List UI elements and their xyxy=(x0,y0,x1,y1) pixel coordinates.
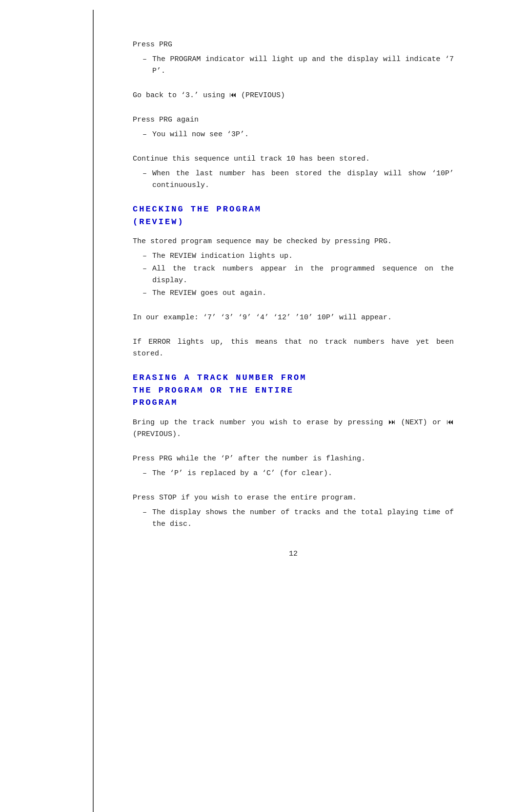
press-prg-again-text: Press PRG again xyxy=(133,114,454,126)
press-prg-again-section: Press PRG again You will now see ‘3P’. xyxy=(133,114,454,141)
erasing-para3: Press STOP if you wish to erase the enti… xyxy=(133,492,454,504)
press-prg-section: Press PRG The PROGRAM indicator will lig… xyxy=(133,39,454,77)
prg-again-bullet: You will now see ‘3P’. xyxy=(133,129,454,141)
erasing-heading-line3: PROGRAM xyxy=(133,396,454,409)
erasing-heading: ERASING A TRACK NUMBER FROM THE PROGRAM … xyxy=(133,372,454,409)
checking-bullet-1: The REVIEW indication lights up. xyxy=(133,250,454,262)
continue-text: Continue this sequence until track 10 ha… xyxy=(133,153,454,165)
checking-para1: The stored program sequence may be check… xyxy=(133,236,454,248)
checking-section: The stored program sequence may be check… xyxy=(133,236,454,299)
erasing-prg-section: Press PRG while the ‘P’ after the number… xyxy=(133,453,454,479)
erasing-para1: Bring up the track number you wish to er… xyxy=(133,417,454,440)
checking-error: If ERROR lights up, this means that no t… xyxy=(133,336,454,360)
checking-heading-line2: (REVIEW) xyxy=(133,216,454,229)
page: Press PRG The PROGRAM indicator will lig… xyxy=(93,10,473,812)
erasing-stop-section: Press STOP if you wish to erase the enti… xyxy=(133,492,454,530)
erasing-bullet-1: The ‘P’ is replaced by a ‘C’ (for clear)… xyxy=(133,468,454,479)
continue-section: Continue this sequence until track 10 ha… xyxy=(133,153,454,191)
prg-bullet-1: The PROGRAM indicator will light up and … xyxy=(133,54,454,77)
go-back-section: Go back to ‘3.’ using ⏮ (PREVIOUS) xyxy=(133,90,454,102)
erasing-heading-line2: THE PROGRAM OR THE ENTIRE xyxy=(133,384,454,397)
checking-bullet-3: The REVIEW goes out again. xyxy=(133,288,454,299)
press-prg-text: Press PRG xyxy=(133,39,454,51)
continue-bullet: When the last number has been stored the… xyxy=(133,168,454,191)
checking-error-section: If ERROR lights up, this means that no t… xyxy=(133,336,454,360)
checking-example: In our example: ‘7’ ‘3’ ‘9’ ‘4’ ‘12’ ’10… xyxy=(133,312,454,324)
checking-heading: CHECKING THE PROGRAM (REVIEW) xyxy=(133,203,454,228)
erasing-para2: Press PRG while the ‘P’ after the number… xyxy=(133,453,454,465)
checking-example-section: In our example: ‘7’ ‘3’ ‘9’ ‘4’ ‘12’ ’10… xyxy=(133,312,454,324)
checking-bullet-2: All the track numbers appear in the prog… xyxy=(133,263,454,287)
go-back-text: Go back to ‘3.’ using ⏮ (PREVIOUS) xyxy=(133,90,454,102)
erasing-bullet-2: The display shows the number of tracks a… xyxy=(133,507,454,530)
checking-heading-line1: CHECKING THE PROGRAM xyxy=(133,203,454,216)
erasing-section: Bring up the track number you wish to er… xyxy=(133,417,454,440)
page-number: 12 xyxy=(133,550,454,558)
erasing-heading-line1: ERASING A TRACK NUMBER FROM xyxy=(133,372,454,384)
